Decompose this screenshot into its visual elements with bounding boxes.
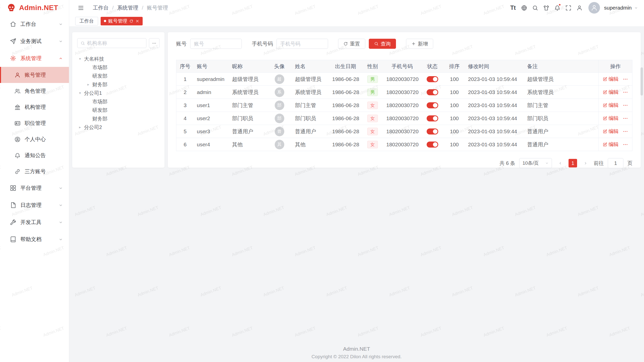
sidebar-item-help-docs[interactable]: 帮助文档 [0,231,69,248]
language-globe-icon[interactable] [518,2,530,13]
tree-node[interactable]: 市场部 [77,63,159,72]
tree-node[interactable]: ▸财务部 [77,80,159,89]
edit-button[interactable]: 编辑 [603,76,619,82]
status-toggle[interactable] [427,76,438,82]
cell-actions: 编辑 [599,99,632,112]
search-icon[interactable] [530,2,541,13]
cell-remark: 超级管理员 [524,73,599,86]
tree-node[interactable]: ▸分公司2 [77,123,159,131]
tab-close-icon[interactable] [135,19,139,23]
tree-caret-down-icon[interactable]: ▾ [77,57,83,61]
logo[interactable]: Admin.NET [0,0,69,16]
cell-avatar: 部 [267,112,292,125]
cell-status [421,112,444,125]
cell-actions: 编辑 [599,125,632,138]
tree-caret-right-icon[interactable]: ▸ [77,125,83,129]
fullscreen-icon[interactable] [563,2,574,13]
tab-refresh-icon[interactable] [129,19,133,23]
edit-button-label: 编辑 [609,128,619,135]
next-page-button[interactable] [581,159,590,167]
tree-node[interactable]: 研发部 [77,72,159,80]
column-header-birth-date: 出生日期 [329,60,362,73]
chevron-down-icon [59,203,63,207]
edit-button[interactable]: 编辑 [603,89,619,96]
search-icon [374,41,379,46]
font-size-icon[interactable]: Tt [507,2,518,13]
more-actions-button[interactable] [623,76,628,82]
status-toggle[interactable] [427,89,438,95]
sidebar-subitem-account-mgmt[interactable]: 账号管理 [0,67,69,83]
cell-remark: 普通用户 [524,125,599,138]
tree-node[interactable]: 研发部 [77,106,159,114]
reset-button[interactable]: 重置 [338,39,365,49]
sidebar-item-business-test[interactable]: 业务测试 [0,33,69,50]
current-page[interactable]: 1 [569,159,577,167]
username[interactable]: superadmin [604,5,632,11]
page-size-select[interactable]: 10条/页 [519,158,552,168]
column-header-nickname: 昵称 [229,60,267,73]
breadcrumb-item[interactable]: 工作台 [93,4,109,11]
cell-avatar: 其 [267,138,292,151]
org-search-input[interactable] [87,40,143,46]
tree-caret-down-icon[interactable]: ▾ [77,91,83,95]
sidebar-subitem-role-mgmt[interactable]: 角色管理 [0,83,69,99]
tree-caret-right-icon[interactable]: ▸ [86,82,91,87]
sidebar-item-dev-tools[interactable]: 开发工具 [0,214,69,231]
cell-birth-date: 1986-06-28 [329,86,362,99]
more-actions-button[interactable] [623,142,628,147]
notifications-icon[interactable] [552,2,563,13]
sidebar-subitem-post-mgmt[interactable]: 职位管理 [0,115,69,131]
tab-workbench[interactable]: 工作台 [75,17,98,25]
sidebar-subitem-profile-center[interactable]: 个人中心 [0,131,69,147]
more-actions-button[interactable] [623,89,628,95]
sidebar-item-workbench[interactable]: 工作台 [0,16,69,33]
status-toggle[interactable] [427,102,438,108]
cell-modified-time: 2023-01-03 10:59:44 [465,125,524,138]
avatar[interactable] [588,2,600,14]
status-toggle[interactable] [427,128,438,134]
edit-button[interactable]: 编辑 [603,141,619,148]
sidebar-subitem-org-mgmt[interactable]: 机构管理 [0,99,69,115]
sidebar-item-platform-mgmt[interactable]: 平台管理 [0,179,69,197]
sidebar-item-system-mgmt[interactable]: 系统管理 [0,50,69,67]
sidebar-subitem-third-account[interactable]: 三方账号 [0,163,69,179]
goto-page-input[interactable] [608,158,623,168]
chevron-down-icon[interactable] [634,6,638,10]
more-actions-button[interactable] [623,129,628,134]
user-icon[interactable] [574,2,585,13]
edit-button[interactable]: 编辑 [603,128,619,135]
table-row: 2admin系统管理员系系统管理员1986-06-28男180200307201… [176,86,632,99]
chevron-down-icon [59,186,63,190]
status-toggle[interactable] [427,142,438,148]
tree-node[interactable]: ▾分公司1 [77,89,159,97]
tree-node[interactable]: 财务部 [77,114,159,123]
org-more-button[interactable] [149,38,159,48]
edit-button-label: 编辑 [609,141,619,148]
phone-input[interactable] [276,39,328,49]
sidebar-item-log-mgmt[interactable]: 日志管理 [0,197,69,214]
tree-node[interactable]: ▾大名科技 [77,55,159,63]
theme-icon[interactable] [541,2,552,13]
edit-button[interactable]: 编辑 [603,102,619,109]
search-button[interactable]: 查询 [369,39,396,49]
sidebar-subitem-notice[interactable]: 通知公告 [0,147,69,163]
edit-button[interactable]: 编辑 [603,115,619,122]
breadcrumb-item[interactable]: 账号管理 [147,4,168,11]
breadcrumb-item[interactable]: 系统管理 [117,4,138,11]
hamburger-menu-icon[interactable] [75,2,86,13]
account-input[interactable] [190,39,242,49]
sidebar-item-label: 日志管理 [20,202,59,209]
cell-nickname: 部门职员 [229,112,267,125]
scrollbar[interactable] [640,67,643,96]
tree-node-label: 研发部 [92,107,107,114]
more-actions-button[interactable] [623,116,628,121]
more-actions-button[interactable] [623,103,628,108]
prev-page-button[interactable] [556,159,565,167]
cell-avatar: 部 [267,99,292,112]
cell-actions: 编辑 [599,138,632,151]
status-toggle[interactable] [427,115,438,121]
add-button[interactable]: 新增 [406,39,433,49]
tab-account-mgmt[interactable]: 账号管理 [101,17,143,25]
tree-node[interactable]: 市场部 [77,97,159,106]
cell-name: 系统管理员 [292,86,329,99]
